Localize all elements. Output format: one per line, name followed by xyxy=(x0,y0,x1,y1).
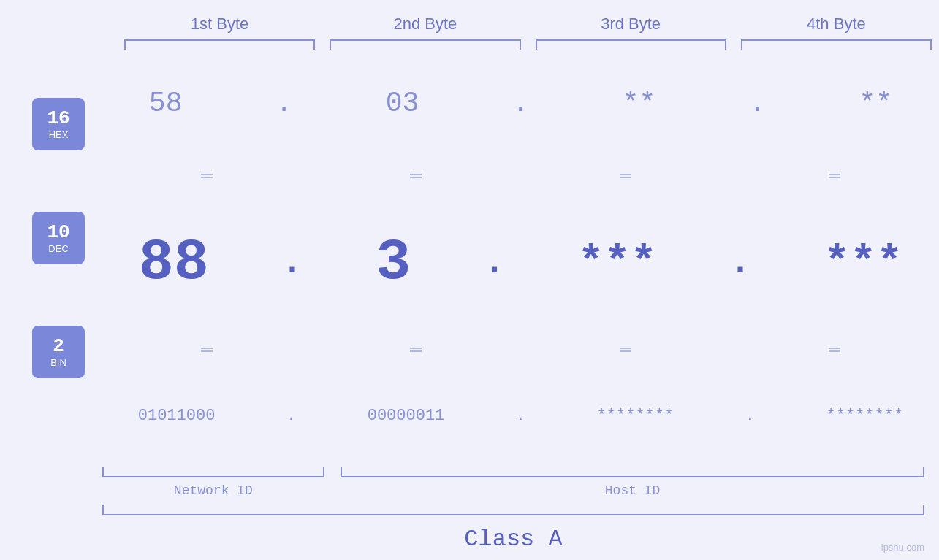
dec-badge: 10 DEC xyxy=(32,212,85,264)
byte-header-1: 1st Byte xyxy=(117,15,322,39)
hex-val-1: 58 xyxy=(149,88,183,119)
byte-header-3: 3rd Byte xyxy=(528,15,734,39)
dec-dot-3: . xyxy=(729,245,751,281)
dec-val-2: 3 xyxy=(376,234,411,292)
main-container: 1st Byte 2nd Byte 3rd Byte 4th Byte 16 H… xyxy=(0,0,939,560)
hex-val-2: 03 xyxy=(386,88,419,119)
badges-column: 16 HEX 10 DEC 2 BIN xyxy=(0,60,102,467)
hex-val-3: ** xyxy=(623,88,656,119)
dec-val-4: *** xyxy=(824,241,902,285)
hex-dot-2: . xyxy=(512,88,529,119)
bin-base-num: 2 xyxy=(53,336,64,357)
bin-dot-1: . xyxy=(286,407,296,425)
eq-8 xyxy=(829,348,840,352)
equals-row-2 xyxy=(102,348,939,352)
hex-base-label: HEX xyxy=(49,129,69,140)
bracket-4 xyxy=(741,39,932,50)
eq-6 xyxy=(410,348,422,352)
full-bracket xyxy=(102,505,924,515)
bottom-brackets xyxy=(102,467,924,480)
hex-dot-3: . xyxy=(749,88,766,119)
eq-7 xyxy=(620,348,631,352)
bracket-2 xyxy=(330,39,520,50)
bin-dot-2: . xyxy=(516,407,525,425)
bottom-labels-section: Network ID Host ID Class A xyxy=(0,467,939,560)
byte-header-4: 4th Byte xyxy=(734,15,939,39)
dec-dot-1: . xyxy=(281,245,303,281)
bin-val-2: 00000011 xyxy=(368,407,445,425)
bin-row: 01011000 . 00000011 . ******** . *******… xyxy=(102,407,939,425)
bin-val-1: 01011000 xyxy=(138,407,216,425)
bin-val-3: ******** xyxy=(597,407,674,425)
dec-val-1: 88 xyxy=(139,234,209,292)
dec-base-num: 10 xyxy=(47,222,69,243)
hex-row: 58 . 03 . ** . ** xyxy=(102,88,939,119)
hex-base-num: 16 xyxy=(47,108,69,129)
hex-val-4: ** xyxy=(859,88,892,119)
eq-3 xyxy=(620,174,631,178)
eq-1 xyxy=(201,174,213,178)
dec-val-3: *** xyxy=(578,241,657,285)
id-labels: Network ID Host ID xyxy=(102,483,924,498)
bin-val-4: ******** xyxy=(826,407,904,425)
hex-dot-1: . xyxy=(275,88,292,119)
dec-dot-2: . xyxy=(483,245,505,281)
dec-row: 88 . 3 . *** . *** xyxy=(102,234,939,292)
watermark: ipshu.com xyxy=(881,542,924,553)
hex-badge: 16 HEX xyxy=(32,98,85,150)
byte-headers-row: 1st Byte 2nd Byte 3rd Byte 4th Byte xyxy=(0,15,939,39)
dec-base-label: DEC xyxy=(48,243,68,254)
bracket-1 xyxy=(124,39,315,50)
class-label: Class A xyxy=(102,526,924,553)
eq-5 xyxy=(201,348,213,352)
bin-base-label: BIN xyxy=(50,357,66,368)
network-bracket xyxy=(102,467,324,477)
content-area: 16 HEX 10 DEC 2 BIN 58 . 03 . ** xyxy=(0,60,939,467)
bin-dot-3: . xyxy=(745,407,755,425)
eq-2 xyxy=(410,174,422,178)
network-id-label: Network ID xyxy=(102,483,324,498)
top-brackets xyxy=(0,39,939,53)
byte-header-2: 2nd Byte xyxy=(322,15,528,39)
host-id-label: Host ID xyxy=(341,483,924,498)
eq-4 xyxy=(829,174,840,178)
host-bracket xyxy=(341,467,924,477)
values-area: 58 . 03 . ** . ** 88 . 3 . *** xyxy=(102,60,939,467)
equals-row-1 xyxy=(102,174,939,178)
bracket-3 xyxy=(536,39,726,50)
bin-badge: 2 BIN xyxy=(32,326,85,378)
